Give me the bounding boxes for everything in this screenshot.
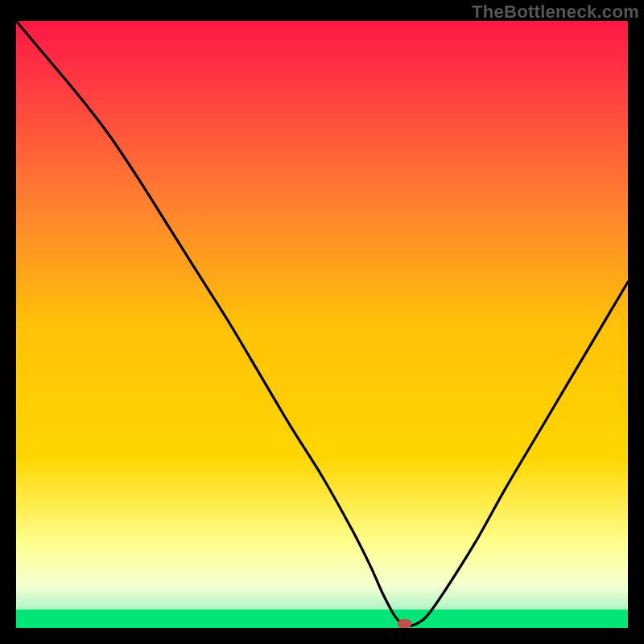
- plot-svg: [16, 21, 628, 628]
- green-band: [16, 609, 628, 628]
- watermark-text: TheBottleneck.com: [472, 2, 639, 23]
- chart-frame: TheBottleneck.com: [0, 0, 644, 644]
- plot-area: [16, 21, 628, 628]
- gradient-background: [16, 21, 628, 628]
